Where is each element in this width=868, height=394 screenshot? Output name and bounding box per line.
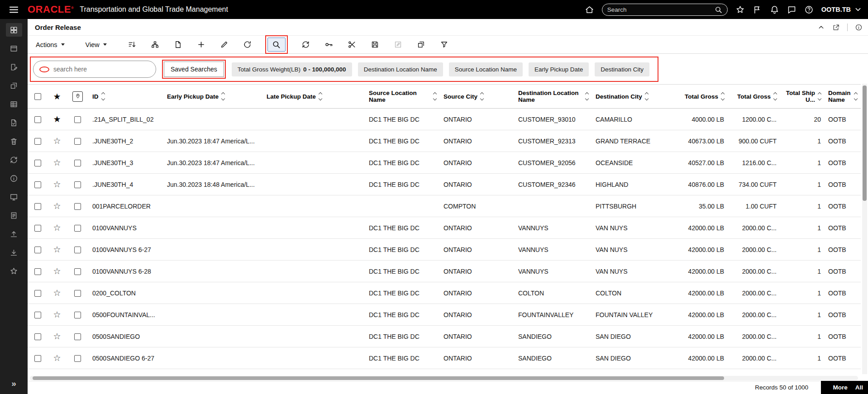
column-header-total_ship_units[interactable]: Total Ship U... bbox=[780, 85, 825, 109]
filter-chip[interactable]: Source Location Name bbox=[449, 62, 523, 76]
table-search-input[interactable] bbox=[53, 66, 150, 73]
row-flag-checkbox[interactable] bbox=[74, 312, 81, 318]
view-menu-button[interactable]: View bbox=[80, 38, 112, 52]
scissors-button[interactable] bbox=[346, 38, 358, 51]
row-checkbox[interactable] bbox=[34, 290, 41, 297]
flag-icon[interactable] bbox=[753, 5, 762, 14]
cell-id[interactable]: 0100VANNUYS 6-27 bbox=[89, 239, 163, 261]
tab-order-release[interactable]: Order Release bbox=[31, 24, 85, 31]
sort-icon[interactable] bbox=[586, 93, 588, 100]
sort-icon[interactable] bbox=[818, 93, 821, 100]
cell-id[interactable]: 0500SANDIEGO 6-27 bbox=[89, 347, 163, 369]
column-header-destination_location_name[interactable]: Destination Location Name bbox=[515, 85, 592, 109]
notifications-bell-icon[interactable] bbox=[770, 5, 779, 14]
pencil-button[interactable] bbox=[218, 38, 230, 51]
favorite-star-icon[interactable]: ☆ bbox=[53, 288, 61, 298]
cell-id[interactable]: .JUNE30TH_4 bbox=[89, 174, 163, 195]
more-button[interactable]: More bbox=[833, 384, 847, 391]
cell-id[interactable]: 0500FOUNTAINVAL... bbox=[89, 304, 163, 326]
row-checkbox[interactable] bbox=[34, 203, 41, 210]
row-flag-checkbox[interactable] bbox=[74, 181, 81, 188]
favorite-star-icon[interactable]: ☆ bbox=[53, 331, 61, 341]
sidebar-item-table-icon[interactable] bbox=[6, 97, 22, 111]
hierarchy-button[interactable] bbox=[149, 38, 161, 51]
sidebar-item-favorites-icon[interactable] bbox=[6, 264, 22, 278]
new-document-button[interactable] bbox=[172, 38, 184, 51]
messages-icon[interactable] bbox=[787, 5, 796, 14]
collapse-icon[interactable] bbox=[817, 24, 825, 31]
row-checkbox[interactable] bbox=[34, 138, 41, 145]
actions-menu-button[interactable]: Actions bbox=[30, 38, 70, 52]
sidebar-item-download-icon[interactable] bbox=[6, 246, 22, 259]
horizontal-scrollbar[interactable] bbox=[30, 376, 858, 380]
row-checkbox[interactable] bbox=[34, 181, 41, 188]
column-header-domain_name[interactable]: Domain Name bbox=[825, 85, 861, 109]
filter-chip[interactable]: Destination Location Name bbox=[358, 62, 443, 76]
sort-icon[interactable] bbox=[854, 93, 857, 100]
row-checkbox[interactable] bbox=[34, 312, 41, 318]
sidebar-item-refresh-icon[interactable] bbox=[6, 153, 22, 166]
horizontal-scrollbar-thumb[interactable] bbox=[33, 376, 724, 380]
row-checkbox[interactable] bbox=[34, 268, 41, 275]
filter-chip[interactable]: Early Pickup Date bbox=[529, 62, 589, 76]
sidebar-item-upload-icon[interactable] bbox=[6, 227, 22, 241]
home-icon[interactable] bbox=[585, 5, 594, 14]
favorite-header-star-icon[interactable]: ★ bbox=[53, 91, 61, 101]
sidebar-item-copy-icon[interactable] bbox=[6, 79, 22, 92]
favorites-icon[interactable] bbox=[735, 5, 745, 14]
favorite-star-icon[interactable]: ☆ bbox=[53, 309, 61, 319]
sidebar-item-grid-icon[interactable] bbox=[6, 23, 22, 37]
row-flag-checkbox[interactable] bbox=[74, 225, 81, 232]
column-header-source_city[interactable]: Source City bbox=[440, 85, 515, 109]
sort-icon[interactable] bbox=[481, 93, 483, 100]
sidebar-expand-button[interactable]: » bbox=[11, 379, 16, 389]
row-checkbox[interactable] bbox=[34, 333, 41, 340]
sort-icon[interactable] bbox=[222, 93, 224, 100]
cell-id[interactable]: .JUNE30TH_2 bbox=[89, 130, 163, 152]
sidebar-item-document-check-icon[interactable] bbox=[6, 116, 22, 129]
row-checkbox[interactable] bbox=[34, 116, 41, 123]
cell-id[interactable]: 0200_COLTON bbox=[89, 282, 163, 304]
hamburger-menu-button[interactable] bbox=[0, 5, 28, 15]
row-flag-checkbox[interactable] bbox=[74, 116, 81, 123]
save-button[interactable] bbox=[369, 38, 381, 51]
cell-id[interactable]: .JUNE30TH_3 bbox=[89, 152, 163, 174]
row-flag-checkbox[interactable] bbox=[74, 268, 81, 275]
favorite-star-icon[interactable]: ☆ bbox=[53, 179, 61, 189]
all-button[interactable]: All bbox=[855, 384, 863, 391]
search-button[interactable] bbox=[267, 38, 286, 52]
process-button[interactable] bbox=[241, 38, 253, 51]
info-icon[interactable] bbox=[855, 24, 863, 31]
vertical-scrollbar[interactable] bbox=[862, 84, 867, 374]
refresh-button[interactable] bbox=[300, 38, 312, 51]
column-header-total_gross_volume[interactable]: Total Gross bbox=[728, 85, 780, 109]
row-checkbox[interactable] bbox=[34, 247, 41, 253]
sort-icon[interactable] bbox=[721, 93, 724, 100]
select-all-checkbox[interactable] bbox=[34, 93, 41, 100]
sidebar-item-workbench-icon[interactable] bbox=[6, 42, 22, 55]
edit-box-button[interactable] bbox=[392, 38, 404, 51]
export-button[interactable] bbox=[415, 38, 427, 51]
row-flag-checkbox[interactable] bbox=[74, 138, 81, 145]
cell-id[interactable]: 0100VANNUYS bbox=[89, 217, 163, 239]
column-header-late_pickup_date[interactable]: Late Pickup Date bbox=[263, 85, 365, 109]
open-window-icon[interactable] bbox=[832, 24, 840, 31]
help-icon[interactable] bbox=[804, 5, 814, 14]
row-checkbox[interactable] bbox=[34, 160, 41, 166]
filter-chip[interactable]: Destination City bbox=[595, 62, 649, 76]
plus-button[interactable] bbox=[195, 38, 207, 51]
column-header-early_pickup_date[interactable]: Early Pickup Date bbox=[163, 85, 263, 109]
row-checkbox[interactable] bbox=[34, 225, 41, 232]
cell-id[interactable]: 001PARCELORDER bbox=[89, 195, 163, 217]
row-flag-checkbox[interactable] bbox=[74, 203, 81, 210]
vertical-scrollbar-thumb[interactable] bbox=[863, 85, 867, 201]
cell-id[interactable]: .21A_SPLIT_BILL_02 bbox=[89, 109, 163, 130]
sort-icon[interactable] bbox=[774, 93, 777, 100]
cell-id[interactable]: 0500SANDIEGO bbox=[89, 326, 163, 347]
favorite-star-icon[interactable]: ★ bbox=[53, 114, 61, 124]
cell-id[interactable]: 0100VANNUYS 6-28 bbox=[89, 261, 163, 282]
row-flag-checkbox[interactable] bbox=[74, 290, 81, 297]
sort-icon[interactable] bbox=[645, 93, 648, 100]
row-flag-checkbox[interactable] bbox=[74, 247, 81, 253]
favorite-star-icon[interactable]: ☆ bbox=[53, 244, 61, 254]
